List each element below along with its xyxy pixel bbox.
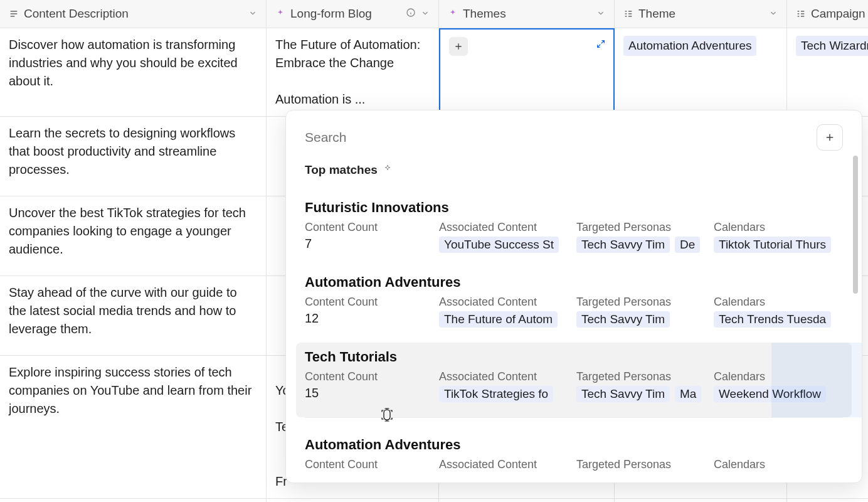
cell-text: The Future of Automation: Embrace the Ch… — [275, 38, 420, 106]
column-label: Long-form Blog — [290, 7, 401, 21]
cell-themes-selected[interactable] — [439, 28, 615, 117]
top-matches-header: Top matches — [305, 163, 843, 177]
assoc-tag: The Future of Autom — [439, 311, 558, 328]
assoc-tag: YouTube Success St — [439, 237, 559, 253]
theme-tag: Automation Adventures — [623, 36, 756, 56]
column-label: Campaign — [811, 7, 868, 21]
cell-description[interactable]: Discover how automation is transforming … — [0, 28, 267, 117]
cell-campaign[interactable]: Tech Wizardr — [787, 28, 868, 117]
persona-tag: Tech Savvy Tim — [576, 237, 670, 253]
column-label: Themes — [463, 7, 591, 21]
cell-text: Uncover the best TikTok strategies for t… — [9, 206, 246, 256]
match-count: 12 — [305, 311, 430, 326]
themes-picker-popover: Top matches Futuristic Innovations Conte… — [285, 110, 862, 483]
top-matches-label: Top matches — [305, 163, 378, 177]
match-field-label: Targeted Personas — [576, 221, 705, 234]
match-field-label: Associated Content — [439, 221, 568, 234]
column-header-campaign[interactable]: Campaign — [787, 0, 868, 28]
add-new-button[interactable] — [817, 124, 843, 151]
persona-tag: Tech Savvy Tim — [576, 311, 670, 328]
column-label: Theme — [638, 7, 764, 21]
column-header-long-form-blog[interactable]: Long-form Blog — [267, 0, 439, 28]
list-icon — [796, 9, 806, 19]
cell-description[interactable]: Stay ahead of the curve with our guide t… — [0, 276, 267, 356]
match-item[interactable]: Automation Adventures Content Count Asso… — [305, 430, 843, 483]
match-field-label: Calendars — [714, 296, 843, 309]
cell-blog[interactable] — [267, 499, 439, 502]
match-field-label: Targeted Personas — [576, 296, 705, 309]
info-icon[interactable] — [406, 7, 416, 21]
cell-theme[interactable]: Automation Adventures — [615, 28, 787, 117]
search-row — [305, 124, 843, 151]
match-field-label: Targeted Personas — [576, 458, 705, 471]
cell-text: Stay ahead of the curve with our guide t… — [9, 286, 237, 336]
column-label: Content Description — [24, 7, 243, 21]
match-item-hovered[interactable]: Tech Tutorials Content Count 15 Associat… — [296, 343, 852, 417]
match-item[interactable]: Futuristic Innovations Content Count 7 A… — [305, 193, 843, 268]
cell-blog[interactable]: The Future of Automation: Embrace the Ch… — [267, 28, 439, 117]
match-field-label: Associated Content — [439, 458, 568, 471]
sparkle-icon — [383, 163, 393, 177]
cell-description[interactable]: Learn the secrets to designing workflows… — [0, 117, 267, 196]
match-field-label: Associated Content — [439, 370, 568, 383]
column-header-content-description[interactable]: Content Description — [0, 0, 267, 28]
match-field-label: Associated Content — [439, 296, 568, 309]
persona-tag: De — [675, 237, 700, 253]
match-field-label: Content Count — [305, 370, 430, 383]
cell-text: Discover how automation is transforming … — [9, 38, 238, 88]
ai-sparkle-icon — [448, 9, 458, 19]
cell-themes[interactable] — [439, 499, 615, 502]
cell-description[interactable]: Uncover the best TikTok strategies for t… — [0, 196, 267, 276]
campaign-tag: Tech Wizardr — [796, 36, 868, 56]
match-item[interactable]: Automation Adventures Content Count 12 A… — [305, 268, 843, 343]
chevron-down-icon[interactable] — [596, 7, 605, 21]
persona-tag: Tech Savvy Tim — [576, 386, 670, 402]
match-title: Futuristic Innovations — [305, 200, 843, 216]
expand-icon[interactable] — [596, 38, 606, 53]
add-chip-button[interactable] — [449, 37, 468, 56]
text-icon — [9, 9, 19, 19]
cell-text: Explore inspiring success stories of tec… — [9, 365, 251, 415]
persona-tag: Ma — [675, 386, 701, 402]
scrollbar[interactable] — [853, 156, 858, 294]
chevron-down-icon[interactable] — [248, 7, 257, 21]
match-count: 7 — [305, 237, 430, 251]
match-field-label: Content Count — [305, 296, 430, 309]
cell-text: Learn the secrets to designing workflows… — [9, 126, 235, 176]
chevron-down-icon[interactable] — [769, 7, 778, 21]
cell-description[interactable]: Explore inspiring success stories of tec… — [0, 356, 267, 499]
divider — [305, 417, 843, 418]
match-count: 15 — [305, 386, 430, 400]
cell-description[interactable]: Discover how to build meaningful connect… — [0, 499, 267, 502]
match-field-label: Calendars — [714, 458, 843, 471]
match-field-label: Targeted Personas — [576, 370, 705, 383]
match-field-label: Calendars — [714, 221, 843, 234]
chevron-down-icon[interactable] — [421, 7, 430, 21]
assoc-tag: TikTok Strategies fo — [439, 386, 553, 402]
match-field-label: Content Count — [305, 458, 430, 471]
match-title: Tech Tutorials — [305, 349, 843, 365]
search-input[interactable] — [305, 130, 817, 145]
cell-campaign[interactable] — [787, 499, 868, 502]
column-header-theme[interactable]: Theme — [615, 0, 787, 28]
list-icon — [623, 9, 633, 19]
ai-sparkle-icon — [275, 9, 285, 19]
match-field-label: Content Count — [305, 221, 430, 234]
calendar-tag: Weekend Workflow — [714, 386, 826, 402]
match-title: Automation Adventures — [305, 437, 843, 453]
column-header-themes[interactable]: Themes — [439, 0, 615, 28]
cell-theme[interactable] — [615, 499, 787, 502]
match-title: Automation Adventures — [305, 274, 843, 291]
match-field-label: Calendars — [714, 370, 843, 383]
calendar-tag: Tiktok Tutorial Thurs — [714, 237, 831, 253]
calendar-tag: Tech Trends Tuesda — [714, 311, 831, 328]
